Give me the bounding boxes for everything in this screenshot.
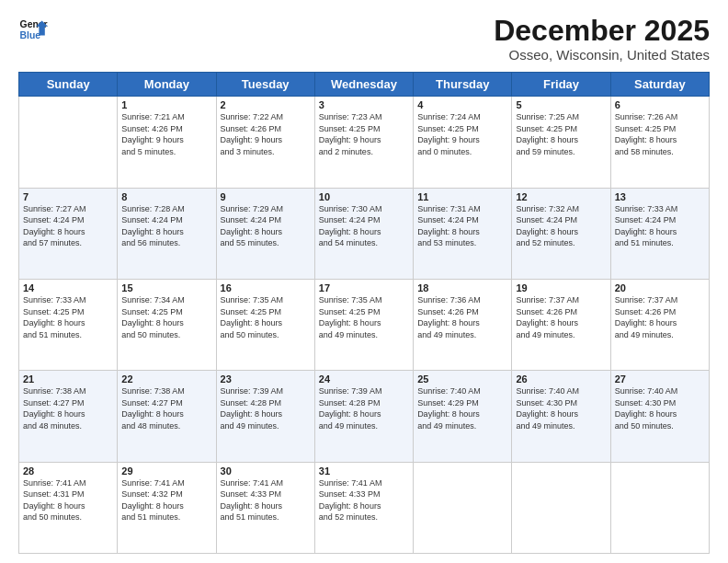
day-info: Sunrise: 7:41 AM Sunset: 4:32 PM Dayligh… xyxy=(121,477,211,523)
calendar-cell: 8Sunrise: 7:28 AM Sunset: 4:24 PM Daylig… xyxy=(118,188,216,279)
day-number: 26 xyxy=(516,373,606,385)
calendar-cell: 15Sunrise: 7:34 AM Sunset: 4:25 PM Dayli… xyxy=(118,279,216,370)
calendar-cell: 14Sunrise: 7:33 AM Sunset: 4:25 PM Dayli… xyxy=(19,279,118,370)
header: General Blue December 2025 Osseo, Wiscon… xyxy=(18,15,710,63)
day-info: Sunrise: 7:36 AM Sunset: 4:26 PM Dayligh… xyxy=(417,294,507,340)
day-number: 10 xyxy=(319,191,409,202)
day-info: Sunrise: 7:40 AM Sunset: 4:30 PM Dayligh… xyxy=(516,385,606,431)
day-info: Sunrise: 7:41 AM Sunset: 4:31 PM Dayligh… xyxy=(23,477,113,523)
day-number: 23 xyxy=(221,373,311,385)
day-info: Sunrise: 7:22 AM Sunset: 4:26 PM Dayligh… xyxy=(221,111,311,157)
day-number: 2 xyxy=(221,99,311,110)
day-info: Sunrise: 7:23 AM Sunset: 4:25 PM Dayligh… xyxy=(319,111,409,157)
day-info: Sunrise: 7:39 AM Sunset: 4:28 PM Dayligh… xyxy=(319,385,409,431)
calendar-cell: 6Sunrise: 7:26 AM Sunset: 4:25 PM Daylig… xyxy=(610,97,709,188)
day-number: 25 xyxy=(417,373,507,385)
calendar-cell: 5Sunrise: 7:25 AM Sunset: 4:25 PM Daylig… xyxy=(512,97,610,188)
day-number: 11 xyxy=(417,191,507,202)
day-number: 14 xyxy=(23,282,113,293)
calendar-cell: 9Sunrise: 7:29 AM Sunset: 4:24 PM Daylig… xyxy=(216,188,314,279)
day-number: 19 xyxy=(516,282,606,293)
title-section: December 2025 Osseo, Wisconsin, United S… xyxy=(494,15,710,63)
day-number: 20 xyxy=(615,282,705,293)
day-number: 27 xyxy=(615,373,705,385)
calendar-week-row: 7Sunrise: 7:27 AM Sunset: 4:24 PM Daylig… xyxy=(19,188,710,279)
calendar-week-row: 28Sunrise: 7:41 AM Sunset: 4:31 PM Dayli… xyxy=(19,462,710,553)
calendar-cell: 3Sunrise: 7:23 AM Sunset: 4:25 PM Daylig… xyxy=(314,97,413,188)
day-info: Sunrise: 7:26 AM Sunset: 4:25 PM Dayligh… xyxy=(615,111,705,157)
day-header-monday: Monday xyxy=(118,73,216,97)
day-header-tuesday: Tuesday xyxy=(216,73,314,97)
day-number: 7 xyxy=(23,191,113,202)
day-number: 21 xyxy=(23,373,113,385)
calendar-cell xyxy=(414,462,512,553)
day-info: Sunrise: 7:33 AM Sunset: 4:24 PM Dayligh… xyxy=(615,203,705,249)
day-info: Sunrise: 7:41 AM Sunset: 4:33 PM Dayligh… xyxy=(319,477,409,523)
calendar-cell: 21Sunrise: 7:38 AM Sunset: 4:27 PM Dayli… xyxy=(19,371,118,462)
day-info: Sunrise: 7:30 AM Sunset: 4:24 PM Dayligh… xyxy=(319,203,409,249)
page: General Blue December 2025 Osseo, Wiscon… xyxy=(0,0,728,563)
calendar-cell: 11Sunrise: 7:31 AM Sunset: 4:24 PM Dayli… xyxy=(414,188,512,279)
calendar-week-row: 14Sunrise: 7:33 AM Sunset: 4:25 PM Dayli… xyxy=(19,279,710,370)
calendar-cell: 4Sunrise: 7:24 AM Sunset: 4:25 PM Daylig… xyxy=(414,97,512,188)
subtitle: Osseo, Wisconsin, United States xyxy=(494,47,710,63)
calendar-cell: 20Sunrise: 7:37 AM Sunset: 4:26 PM Dayli… xyxy=(610,279,709,370)
calendar-cell: 28Sunrise: 7:41 AM Sunset: 4:31 PM Dayli… xyxy=(19,462,118,553)
day-header-saturday: Saturday xyxy=(610,73,709,97)
day-number: 4 xyxy=(417,99,507,110)
calendar-cell: 1Sunrise: 7:21 AM Sunset: 4:26 PM Daylig… xyxy=(118,97,216,188)
day-number: 30 xyxy=(221,465,311,477)
calendar-cell: 12Sunrise: 7:32 AM Sunset: 4:24 PM Dayli… xyxy=(512,188,610,279)
calendar-cell: 19Sunrise: 7:37 AM Sunset: 4:26 PM Dayli… xyxy=(512,279,610,370)
day-number: 13 xyxy=(615,191,705,202)
svg-text:Blue: Blue xyxy=(20,30,41,40)
day-info: Sunrise: 7:37 AM Sunset: 4:26 PM Dayligh… xyxy=(615,294,705,340)
day-header-wednesday: Wednesday xyxy=(314,73,413,97)
day-number: 17 xyxy=(319,282,409,293)
day-info: Sunrise: 7:35 AM Sunset: 4:25 PM Dayligh… xyxy=(319,294,409,340)
calendar-table: SundayMondayTuesdayWednesdayThursdayFrid… xyxy=(18,72,710,554)
day-number: 31 xyxy=(319,465,409,477)
day-header-sunday: Sunday xyxy=(19,73,118,97)
calendar-cell: 27Sunrise: 7:40 AM Sunset: 4:30 PM Dayli… xyxy=(610,371,709,462)
day-info: Sunrise: 7:28 AM Sunset: 4:24 PM Dayligh… xyxy=(121,203,211,249)
calendar-cell: 7Sunrise: 7:27 AM Sunset: 4:24 PM Daylig… xyxy=(19,188,118,279)
day-number: 1 xyxy=(121,99,211,110)
day-info: Sunrise: 7:38 AM Sunset: 4:27 PM Dayligh… xyxy=(23,385,113,431)
day-number: 9 xyxy=(221,191,311,202)
logo-icon: General Blue xyxy=(18,15,48,44)
calendar-cell: 18Sunrise: 7:36 AM Sunset: 4:26 PM Dayli… xyxy=(414,279,512,370)
day-info: Sunrise: 7:38 AM Sunset: 4:27 PM Dayligh… xyxy=(121,385,211,431)
day-number: 18 xyxy=(417,282,507,293)
day-info: Sunrise: 7:31 AM Sunset: 4:24 PM Dayligh… xyxy=(417,203,507,249)
calendar-cell: 13Sunrise: 7:33 AM Sunset: 4:24 PM Dayli… xyxy=(610,188,709,279)
calendar-cell: 10Sunrise: 7:30 AM Sunset: 4:24 PM Dayli… xyxy=(314,188,413,279)
calendar-header-row: SundayMondayTuesdayWednesdayThursdayFrid… xyxy=(19,73,710,97)
calendar-cell: 17Sunrise: 7:35 AM Sunset: 4:25 PM Dayli… xyxy=(314,279,413,370)
calendar-cell: 23Sunrise: 7:39 AM Sunset: 4:28 PM Dayli… xyxy=(216,371,314,462)
day-number: 22 xyxy=(121,373,211,385)
calendar-cell xyxy=(19,97,118,188)
calendar-cell: 2Sunrise: 7:22 AM Sunset: 4:26 PM Daylig… xyxy=(216,97,314,188)
calendar-cell xyxy=(512,462,610,553)
day-info: Sunrise: 7:25 AM Sunset: 4:25 PM Dayligh… xyxy=(516,111,606,157)
day-number: 5 xyxy=(516,99,606,110)
day-number: 12 xyxy=(516,191,606,202)
day-info: Sunrise: 7:40 AM Sunset: 4:30 PM Dayligh… xyxy=(615,385,705,431)
calendar-cell: 16Sunrise: 7:35 AM Sunset: 4:25 PM Dayli… xyxy=(216,279,314,370)
day-info: Sunrise: 7:32 AM Sunset: 4:24 PM Dayligh… xyxy=(516,203,606,249)
calendar-cell: 29Sunrise: 7:41 AM Sunset: 4:32 PM Dayli… xyxy=(118,462,216,553)
day-number: 16 xyxy=(221,282,311,293)
day-number: 24 xyxy=(319,373,409,385)
day-number: 3 xyxy=(319,99,409,110)
day-info: Sunrise: 7:29 AM Sunset: 4:24 PM Dayligh… xyxy=(221,203,311,249)
day-info: Sunrise: 7:39 AM Sunset: 4:28 PM Dayligh… xyxy=(221,385,311,431)
day-number: 29 xyxy=(121,465,211,477)
day-header-friday: Friday xyxy=(512,73,610,97)
calendar-cell: 25Sunrise: 7:40 AM Sunset: 4:29 PM Dayli… xyxy=(414,371,512,462)
calendar-week-row: 1Sunrise: 7:21 AM Sunset: 4:26 PM Daylig… xyxy=(19,97,710,188)
day-info: Sunrise: 7:33 AM Sunset: 4:25 PM Dayligh… xyxy=(23,294,113,340)
calendar-cell: 24Sunrise: 7:39 AM Sunset: 4:28 PM Dayli… xyxy=(314,371,413,462)
day-info: Sunrise: 7:37 AM Sunset: 4:26 PM Dayligh… xyxy=(516,294,606,340)
calendar-cell: 31Sunrise: 7:41 AM Sunset: 4:33 PM Dayli… xyxy=(314,462,413,553)
